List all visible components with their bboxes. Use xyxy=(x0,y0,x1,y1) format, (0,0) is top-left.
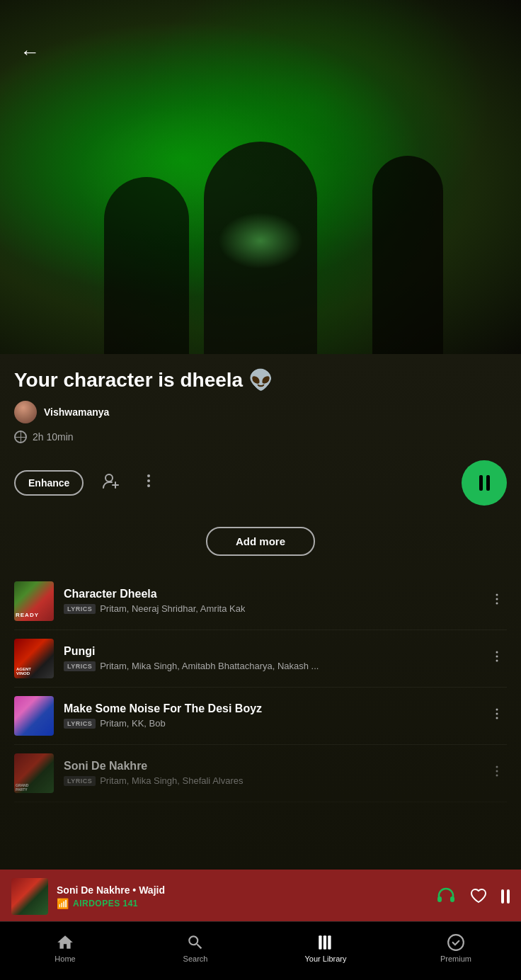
svg-point-13 xyxy=(496,713,498,715)
list-item: Pungi LYRICS Pritam, Mika Singh, Amitabh… xyxy=(14,630,507,688)
library-icon xyxy=(316,933,335,952)
search-icon xyxy=(186,933,205,952)
lyrics-badge-4: LYRICS xyxy=(64,776,96,786)
track-more-icon-4 xyxy=(490,764,504,778)
pause-bar-left xyxy=(479,475,483,491)
add-user-button[interactable] xyxy=(98,468,123,498)
track-meta-1: LYRICS Pritam, Neeraj Shridhar, Amrita K… xyxy=(64,603,477,614)
now-playing-bar[interactable]: Soni De Nakhre • Wajid 📶 AIRDOPES 141 xyxy=(0,870,521,923)
track-more-icon-1 xyxy=(490,592,504,606)
figure-left xyxy=(104,177,189,354)
nav-item-search[interactable]: Search xyxy=(130,930,260,966)
track-art-4 xyxy=(14,753,54,793)
svg-point-14 xyxy=(496,717,498,719)
now-playing-device: 📶 AIRDOPES 141 xyxy=(57,898,428,909)
track-name-1: Character Dheela xyxy=(64,588,477,600)
list-item: Character Dheela LYRICS Pritam, Neeraj S… xyxy=(14,573,507,630)
svg-point-3 xyxy=(147,474,150,477)
pause-bar-right xyxy=(486,475,490,491)
figure-center xyxy=(204,142,317,354)
track-more-button-3[interactable] xyxy=(487,701,507,730)
lyrics-badge-2: LYRICS xyxy=(64,661,96,671)
avatar xyxy=(14,401,37,423)
owner-row: Vishwamanya xyxy=(14,401,507,423)
track-info-1: Character Dheela LYRICS Pritam, Neeraj S… xyxy=(64,588,477,614)
enhance-button[interactable]: Enhance xyxy=(14,470,84,496)
now-playing-art xyxy=(11,878,48,915)
nav-item-home[interactable]: Home xyxy=(0,930,130,966)
np-pause-bar-right xyxy=(507,889,510,904)
track-name-3: Make Some Noise For The Desi Boyz xyxy=(64,702,477,715)
headphones-button[interactable] xyxy=(436,886,456,908)
owner-name: Vishwamanya xyxy=(44,406,109,418)
track-info-4: Soni De Nakhre LYRICS Pritam, Mika Singh… xyxy=(64,760,477,786)
np-pause-bar-left xyxy=(501,889,504,904)
track-meta-2: LYRICS Pritam, Mika Singh, Amitabh Bhatt… xyxy=(64,661,477,671)
heart-icon xyxy=(469,886,488,906)
now-playing-info: Soni De Nakhre • Wajid 📶 AIRDOPES 141 xyxy=(57,884,428,909)
lyrics-badge-1: LYRICS xyxy=(64,604,96,614)
nav-label-premium: Premium xyxy=(440,955,471,963)
track-info-2: Pungi LYRICS Pritam, Mika Singh, Amitabh… xyxy=(64,645,477,671)
duration-text: 2h 10min xyxy=(33,431,74,443)
now-playing-title: Soni De Nakhre • Wajid xyxy=(57,884,428,896)
track-more-button-4[interactable] xyxy=(487,758,507,787)
nav-label-search: Search xyxy=(183,955,208,963)
premium-icon xyxy=(447,933,465,952)
svg-point-11 xyxy=(496,660,498,662)
track-artists-4: Pritam, Mika Singh, Shefali Alvares xyxy=(100,775,243,786)
now-playing-controls xyxy=(436,886,510,908)
track-meta-3: LYRICS Pritam, KK, Bob xyxy=(64,718,477,729)
track-more-button-1[interactable] xyxy=(487,586,507,615)
svg-rect-21 xyxy=(324,935,326,950)
track-info-3: Make Some Noise For The Desi Boyz LYRICS… xyxy=(64,702,477,729)
svg-rect-18 xyxy=(437,896,442,902)
svg-point-16 xyxy=(496,770,498,773)
svg-point-23 xyxy=(448,935,464,950)
content-area: Your character is dheela 👽 Vishwamanya 2… xyxy=(0,354,521,944)
svg-point-17 xyxy=(496,775,498,777)
controls-row: Enhance xyxy=(14,460,507,506)
svg-point-6 xyxy=(496,594,498,596)
svg-point-5 xyxy=(147,484,150,487)
nav-label-library: Your Library xyxy=(305,955,347,963)
bottom-nav: Home Search Your Library Premium xyxy=(0,921,521,980)
svg-rect-20 xyxy=(319,935,321,950)
nav-item-library[interactable]: Your Library xyxy=(260,930,391,966)
track-art-2 xyxy=(14,639,54,678)
hero-section xyxy=(0,0,521,354)
add-more-button[interactable]: Add more xyxy=(206,527,315,556)
track-more-icon-2 xyxy=(490,649,504,663)
svg-rect-22 xyxy=(328,935,331,950)
list-item: Make Some Noise For The Desi Boyz LYRICS… xyxy=(14,688,507,745)
track-more-icon-3 xyxy=(490,707,504,721)
hero-image xyxy=(0,0,521,354)
hair-glow xyxy=(218,212,303,269)
headphones-icon xyxy=(436,886,456,906)
track-more-button-2[interactable] xyxy=(487,644,507,673)
svg-point-0 xyxy=(105,474,113,482)
svg-point-9 xyxy=(496,651,498,654)
more-button[interactable] xyxy=(137,469,160,496)
play-pause-button[interactable] xyxy=(462,460,507,506)
np-pause-button[interactable] xyxy=(501,889,510,904)
playlist-title: Your character is dheela 👽 xyxy=(14,354,507,401)
svg-point-8 xyxy=(496,603,498,605)
track-art-1 xyxy=(14,581,54,621)
pause-icon xyxy=(479,475,490,491)
track-meta-4: LYRICS Pritam, Mika Singh, Shefali Alvar… xyxy=(64,775,477,786)
globe-icon xyxy=(14,431,27,443)
figure-right xyxy=(372,156,443,354)
back-button[interactable]: ← xyxy=(14,35,45,69)
heart-button[interactable] xyxy=(469,886,488,908)
track-name-4: Soni De Nakhre xyxy=(64,760,477,773)
add-more-container: Add more xyxy=(14,527,507,556)
svg-point-7 xyxy=(496,598,498,600)
nav-label-home: Home xyxy=(55,955,75,963)
svg-point-15 xyxy=(496,766,498,768)
svg-point-4 xyxy=(147,479,150,482)
svg-rect-19 xyxy=(450,896,454,902)
svg-point-12 xyxy=(496,709,498,711)
nav-item-premium[interactable]: Premium xyxy=(391,930,521,966)
list-item: Soni De Nakhre LYRICS Pritam, Mika Singh… xyxy=(14,745,507,802)
